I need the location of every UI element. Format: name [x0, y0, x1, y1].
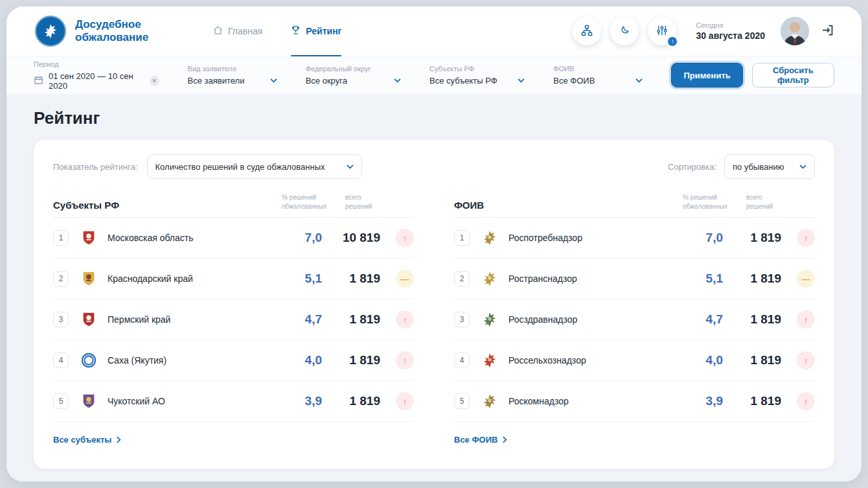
- table-row: 4Саха (Якутия)4,01 819↑: [53, 340, 414, 381]
- applicant-type-dropdown[interactable]: Все заявители: [188, 76, 277, 86]
- table-row: 5Роскомнадзор3,91 819↑: [454, 381, 815, 422]
- nav-item-home[interactable]: Главная: [213, 6, 262, 56]
- filter-label: Федеральный округ: [306, 65, 401, 73]
- trophy-icon: [291, 25, 301, 37]
- chevron-right-icon: [503, 436, 507, 443]
- row-name: Росздравнадзор: [508, 314, 676, 325]
- filter-label: Период: [34, 60, 159, 68]
- row-name: Роскомнадзор: [508, 396, 676, 406]
- rank-badge: 2: [454, 271, 470, 286]
- table-row: 2Ространснадзор5,11 819—: [454, 259, 815, 299]
- period-range-control[interactable]: 01 сен 2020 — 10 сен 2020 ✕: [34, 71, 159, 91]
- rank-badge: 5: [53, 393, 69, 409]
- federal-district-dropdown[interactable]: Все округа: [306, 76, 401, 86]
- row-percent-value: 4,7: [676, 312, 723, 327]
- row-name: Московская область: [108, 233, 275, 243]
- main-content: Рейтинг Показатель рейтинга: Количество …: [6, 94, 862, 482]
- emblem-icon: [480, 393, 499, 410]
- table-header: ФОИВ % решений обжалованных всего решени…: [454, 193, 815, 218]
- rating-card: Показатель рейтинга: Количество решений …: [34, 140, 834, 469]
- chevron-down-icon: [799, 165, 806, 169]
- all-foiv-link[interactable]: Все ФОИВ: [454, 435, 507, 445]
- dropdown-value: Все округа: [306, 76, 347, 86]
- rank-badge: 3: [454, 312, 470, 327]
- emblem-icon: [79, 393, 98, 410]
- logout-icon: [821, 23, 834, 39]
- main-nav: Главная Рейтинг: [213, 6, 341, 56]
- emblem-icon: [79, 270, 98, 287]
- filter-period: Период 01 сен 2020 — 10 сен 2020 ✕: [34, 60, 159, 91]
- app-title: Досудебное обжалование: [75, 18, 176, 44]
- apply-button[interactable]: Применить: [671, 63, 742, 87]
- dropdown-value: Количество решений в суде обжалованных: [155, 162, 325, 172]
- rank-badge: 1: [454, 230, 470, 246]
- table-footer: Все ФОИВ: [454, 434, 815, 445]
- trend-up-icon: ↑: [797, 310, 815, 329]
- reset-filter-button[interactable]: Сбросить фильтр: [752, 63, 834, 87]
- user-avatar[interactable]: [781, 17, 809, 45]
- emblem-icon: [480, 311, 499, 328]
- trend-up-icon: ↑: [797, 229, 815, 247]
- clear-period-icon[interactable]: ✕: [150, 76, 159, 86]
- chevron-down-icon: [347, 165, 354, 169]
- subjects-dropdown[interactable]: Все субъекты РФ: [429, 76, 525, 86]
- all-subjects-link[interactable]: Все субъекты: [53, 435, 121, 445]
- row-total-value: 1 819: [733, 353, 781, 367]
- filter-buttons: Применить Сбросить фильтр: [671, 63, 834, 87]
- trend-up-icon: ↑: [797, 351, 815, 369]
- sort-controls: Сортировка: по убыванию: [668, 154, 815, 179]
- row-total-value: 1 819: [332, 394, 380, 408]
- table-row: 3Росздравнадзор4,71 819↑: [454, 299, 815, 340]
- indicator-label: Показатель рейтинга:: [53, 162, 138, 172]
- dropdown-value: по убыванию: [733, 162, 784, 172]
- table-row: 1Московская область7,010 819↑: [53, 218, 414, 259]
- row-percent-value: 4,0: [676, 353, 723, 367]
- rank-badge: 5: [454, 393, 470, 409]
- trend-up-icon: ↑: [396, 392, 414, 410]
- sliders-icon: [656, 25, 668, 38]
- subjects-table: Субъекты РФ % решений обжалованных всего…: [53, 193, 414, 445]
- table-title: Субъекты РФ: [53, 200, 282, 211]
- today-label: Сегодня: [696, 21, 765, 29]
- filter-federal-district: Федеральный округ Все округа: [306, 65, 401, 86]
- row-name: Саха (Якутия): [108, 355, 275, 366]
- nav-item-rating[interactable]: Рейтинг: [291, 6, 341, 56]
- dropdown-value: Все заявители: [188, 76, 245, 86]
- row-percent-value: 3,9: [676, 394, 723, 408]
- filter-applicant-type: Вид заявителя Все заявители: [188, 65, 277, 86]
- chevron-down-icon: [635, 78, 643, 83]
- sitemap-icon: [580, 24, 593, 39]
- chevron-down-icon: [518, 78, 525, 83]
- row-total-value: 1 819: [733, 394, 781, 408]
- header: Досудебное обжалование Главная Рейтинг: [6, 6, 862, 56]
- trend-up-icon: ↑: [797, 392, 815, 410]
- sort-dropdown[interactable]: по убыванию: [724, 154, 815, 179]
- row-percent-value: 4,0: [275, 353, 322, 367]
- filter-label: Субъекты РФ: [429, 65, 525, 73]
- emblem-icon: [480, 352, 499, 369]
- rating-tables: Субъекты РФ % решений обжалованных всего…: [53, 193, 815, 457]
- table-row: 1Роспотребнадзор7,01 819↑: [454, 218, 815, 259]
- table-row: 4Россельхознадзор4,01 819↑: [454, 340, 815, 381]
- badge-arrow-up-icon: ↑: [667, 36, 678, 47]
- indicator-dropdown[interactable]: Количество решений в суде обжалованных: [147, 154, 362, 179]
- row-total-value: 1 819: [332, 272, 380, 286]
- row-name: Пермский край: [108, 314, 275, 325]
- trend-up-icon: ↑: [396, 310, 414, 329]
- filters-settings-button[interactable]: ↑: [648, 17, 676, 45]
- row-name: Краснодарский край: [108, 273, 275, 284]
- theme-toggle-button[interactable]: [610, 17, 639, 45]
- structure-button[interactable]: [573, 17, 601, 45]
- logout-button[interactable]: [821, 23, 834, 39]
- period-value: 01 сен 2020 — 10 сен 2020: [49, 71, 144, 91]
- filter-subjects: Субъекты РФ Все субъекты РФ: [429, 65, 525, 86]
- today-date: 30 августа 2020: [696, 30, 765, 41]
- link-label: Все субъекты: [53, 435, 111, 445]
- row-percent-value: 4,7: [275, 312, 322, 327]
- foiv-dropdown[interactable]: Все ФОИВ: [553, 76, 643, 86]
- emblem-icon: [480, 270, 499, 287]
- row-percent-value: 5,1: [275, 272, 322, 286]
- rank-badge: 3: [53, 312, 69, 327]
- row-percent-value: 3,9: [275, 394, 322, 408]
- row-name: Ространснадзор: [508, 273, 676, 284]
